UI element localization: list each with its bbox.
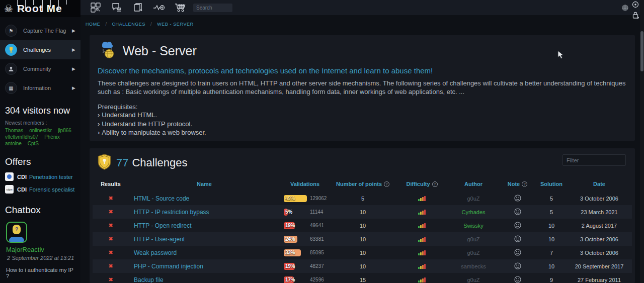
challenge-map-icon[interactable] — [90, 2, 102, 14]
author-link[interactable]: g0uZ — [448, 250, 499, 256]
offer-type: CDI — [17, 186, 27, 193]
avatar-body — [9, 237, 24, 243]
smiley-icon — [514, 222, 521, 229]
solution-count: 5 — [536, 196, 567, 202]
challenge-link[interactable]: Weak password — [134, 249, 177, 256]
avatar[interactable]: ? — [6, 222, 27, 243]
lock-icon[interactable] — [632, 11, 639, 21]
help-icon[interactable]: ? — [522, 181, 527, 187]
filter-input[interactable] — [562, 154, 626, 166]
table-row[interactable]: ✖ Backup file 17% 42596 15 g0uZ — [93, 273, 632, 283]
table-body: ✖ HTML - Source code 49% 129062 5 g0uZ — [93, 192, 632, 283]
challenge-link[interactable]: Backup file — [134, 276, 164, 283]
target-icon[interactable] — [632, 1, 639, 10]
sidebar-item-information[interactable]: ▦ Information ▶ — [0, 78, 80, 98]
table-row[interactable]: ✖ Weak password 33% 85095 10 g0uZ — [93, 246, 632, 259]
col-note: Note? — [499, 181, 536, 187]
breadcrumb-web-server[interactable]: WEB - SERVER — [157, 22, 194, 27]
author-link[interactable]: g0uZ — [448, 236, 499, 242]
validation-percent-badge: 17% — [284, 276, 310, 283]
author-link[interactable]: Swissky — [448, 223, 499, 229]
validation-count: 42596 — [310, 277, 331, 282]
chat-message: How to i authenticate my IP ? — [0, 265, 80, 283]
category-panel: Web - Server Discover the mechanisms, pr… — [90, 35, 635, 141]
logo[interactable]: ☠ Root Me — [0, 0, 80, 17]
member-link[interactable]: Thomas — [5, 128, 23, 133]
difficulty-bars-icon — [418, 195, 426, 201]
member-link[interactable]: Phénix — [44, 134, 60, 140]
author-link[interactable]: g0uZ — [448, 277, 499, 283]
table-row[interactable]: ✖ HTML - Source code 49% 129062 5 g0uZ — [93, 192, 632, 205]
table-row[interactable]: ✖ HTTP - User-agent 24% 63381 10 g0uZ — [93, 232, 632, 246]
smiley-icon — [514, 249, 521, 256]
offer-item: CDI Penetration tester — [0, 170, 80, 183]
challenge-count: 77 — [116, 156, 128, 169]
points-cell: 10 — [330, 250, 395, 256]
author-link[interactable]: g0uZ — [448, 196, 499, 202]
help-icon[interactable]: ? — [384, 181, 389, 187]
difficulty-cell — [395, 222, 448, 229]
not-solved-icon: ✖ — [108, 222, 113, 228]
challenge-link[interactable]: HTTP - IP restriction bypass — [134, 209, 209, 216]
challenges-panel: 77 Challenges Results Name Validations N… — [90, 148, 635, 283]
result-cell: ✖ — [93, 195, 129, 202]
points-cell: 15 — [330, 277, 395, 283]
col-author: Author — [448, 181, 499, 187]
member-link[interactable]: CptS — [28, 141, 39, 146]
prerequisite-item: ›Understand HTML. — [98, 111, 627, 120]
validation-percent-badge: 19% — [284, 263, 310, 270]
challenge-link[interactable]: HTTP - User-agent — [134, 236, 185, 243]
difficulty-bars-icon — [418, 263, 426, 269]
chat-username[interactable]: MajorReactiv — [0, 245, 80, 254]
challenge-link[interactable]: HTML - Source code — [134, 195, 189, 202]
breadcrumb-challenges[interactable]: CHALLENGES — [112, 22, 146, 27]
challenge-link[interactable]: HTTP - Open redirect — [134, 222, 191, 229]
challenge-name-cell: Backup file — [129, 276, 280, 283]
member-link[interactable]: vfleltvmfldhs07 — [5, 134, 38, 140]
table-row[interactable]: ✖ PHP - Command injection 19% 48237 10 s… — [93, 259, 632, 273]
validation-percent-badge: 19% — [284, 222, 310, 229]
activity-target-icon[interactable] — [153, 2, 165, 14]
author-link[interactable]: sambecks — [448, 263, 499, 269]
validations-cell: 49% 129062 — [280, 192, 330, 205]
sidebar-nav: ⚑ Capture The Flag ▶ Challenges ▶ Commun… — [0, 17, 80, 98]
points-cell: 10 — [330, 236, 395, 242]
chevron-right-icon: ▶ — [72, 66, 75, 71]
note-cell — [499, 235, 536, 243]
validation-count: 63381 — [310, 236, 331, 242]
documents-icon[interactable] — [132, 2, 144, 14]
validation-percent-badge: 33% — [284, 249, 310, 256]
points-cell: 10 — [330, 223, 395, 229]
help-icon[interactable]: ? — [432, 181, 438, 187]
scrollbar-thumb[interactable] — [640, 31, 643, 71]
validation-count: 48237 — [310, 263, 331, 269]
search-input[interactable] — [193, 4, 232, 12]
member-link[interactable]: onlinestlkr — [29, 128, 52, 133]
validation-count: 49641 — [310, 223, 331, 228]
member-link[interactable]: jlp866 — [58, 128, 71, 133]
difficulty-bars-icon — [418, 222, 426, 228]
person-icon — [5, 63, 17, 75]
challenge-link[interactable]: PHP - Command injection — [134, 263, 203, 270]
community-chat-icon[interactable] — [111, 2, 123, 14]
category-subtitle: Discover the mechanisms, protocols and t… — [98, 66, 627, 75]
not-solved-icon: ✖ — [108, 209, 113, 215]
offer-link[interactable]: Penetration tester — [29, 174, 73, 180]
language-globe-icon[interactable] — [621, 4, 629, 14]
chat-timestamp: 2 September 2022 at 13:21 — [0, 254, 80, 265]
prerequisites-list: ›Understand HTML. ›Understand the HTTP p… — [98, 111, 627, 137]
smiley-icon — [514, 262, 521, 269]
table-row[interactable]: ✖ HTTP - Open redirect 19% 49641 10 Swis… — [93, 219, 632, 232]
table-row[interactable]: ✖ HTTP - IP restriction bypass 5% 11144 … — [93, 205, 632, 219]
shop-cart-icon[interactable] — [174, 2, 186, 14]
author-link[interactable]: Cyrhades — [448, 209, 499, 215]
breadcrumb-home[interactable]: HOME — [86, 22, 100, 27]
table-header: Results Name Validations Number of point… — [93, 176, 632, 192]
sidebar-item-community[interactable]: Community ▶ — [0, 59, 80, 78]
member-link[interactable]: antoine — [5, 141, 22, 146]
sidebar-item-capture-the-flag[interactable]: ⚑ Capture The Flag ▶ — [0, 21, 80, 40]
col-date: Date — [567, 181, 632, 187]
sidebar-item-challenges[interactable]: Challenges ▶ — [0, 40, 80, 59]
offer-link[interactable]: Forensic specialist — [29, 186, 74, 193]
challenge-name-cell: Weak password — [129, 249, 280, 256]
